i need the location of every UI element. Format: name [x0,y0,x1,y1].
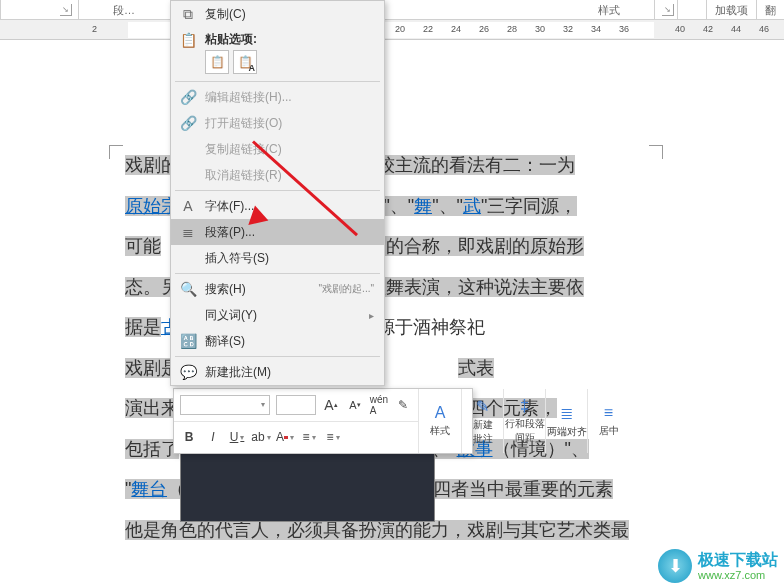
ribbon-expand-1[interactable] [60,4,72,16]
paste-text-only[interactable]: 📋A [233,50,257,74]
paste-keep-formatting[interactable]: 📋 [205,50,229,74]
copy-icon: ⧉ [177,6,199,23]
font-size-dropdown[interactable] [276,395,316,415]
italic-button[interactable]: I [204,428,222,446]
link-stage[interactable]: 舞台 [131,479,167,499]
ribbon-para-label: 段… [113,3,135,18]
link-open-icon: 🔗 [177,115,199,131]
bullets-button[interactable]: ≡▾ [300,428,318,446]
paste-icon: 📋 [177,32,199,48]
underline-button[interactable]: U▾ [228,428,246,446]
link-wu2[interactable]: 舞 [414,196,432,216]
shrink-font-button[interactable]: A▾ [346,396,364,414]
ribbon-translate-label[interactable]: 翻 [757,3,784,17]
font-color-button[interactable]: A▾ [276,428,294,446]
ruler[interactable]: 2 20 22 24 26 28 30 32 34 36 40 42 44 46 [0,20,784,40]
ctx-open-hyperlink: 🔗打开超链接(O) [171,110,384,136]
justify-button[interactable]: ≣两端对齐 [545,389,587,453]
ribbon-expand-2[interactable] [662,4,674,16]
ctx-copy[interactable]: ⧉复制(C) [171,1,384,27]
ribbon-style-label: 样式 [598,3,620,18]
format-painter-button[interactable]: ✎ [394,396,412,414]
ctx-paste-options: 📋粘贴选项: 📋 📋A [171,27,384,79]
ctx-remove-hyperlink: 取消超链接(R) [171,162,384,188]
numbering-button[interactable]: ≡▾ [324,428,342,446]
ribbon-addin-label[interactable]: 加载项 [707,3,756,17]
grow-font-button[interactable]: A▴ [322,396,340,414]
highlight-button[interactable]: ab▾ [252,428,270,446]
center-button[interactable]: ≡居中 [587,389,629,453]
phonetic-guide-button[interactable]: wénA [370,396,388,414]
watermark-icon: ⬇ [658,549,692,583]
ctx-synonym[interactable]: 同义词(Y)▸ [171,302,384,328]
ctx-translate[interactable]: 🔠翻译(S) [171,328,384,354]
styles-button[interactable]: A样式 [419,389,461,453]
ribbon: 段… 样式 加载项 翻 [0,0,784,20]
translate-icon: 🔠 [177,333,199,349]
link-edit-icon: 🔗 [177,89,199,105]
context-menu: ⧉复制(C) 📋粘贴选项: 📋 📋A 🔗编辑超链接(H)... 🔗打开超链接(O… [170,0,385,386]
watermark: ⬇ 极速下载站 www.xz7.com [658,549,778,583]
new-comment-button[interactable]: ✎新建 批注 [461,389,503,453]
ctx-font[interactable]: A字体(F)... [171,193,384,219]
ctx-insert-symbol[interactable]: 插入符号(S) [171,245,384,271]
ctx-edit-hyperlink: 🔗编辑超链接(H)... [171,84,384,110]
ctx-search[interactable]: 🔍搜索(H)"戏剧的起..." [171,276,384,302]
ctx-new-comment[interactable]: 💬新建批注(M) [171,359,384,385]
bold-button[interactable]: B [180,428,198,446]
line-spacing-button[interactable]: ‡行和段落 间距 [503,389,545,453]
paragraph-icon: ≣ [177,224,199,240]
search-icon: 🔍 [177,281,199,297]
ctx-paragraph[interactable]: ≣段落(P)... [171,219,384,245]
font-family-dropdown[interactable]: ▾ [180,395,270,415]
mini-toolbar: ▾ A▴ A▾ wénA ✎ B I U▾ ab▾ A▾ ≡▾ ≡▾ A样式 ✎… [173,388,473,454]
comment-icon: 💬 [177,364,199,380]
link-wu3[interactable]: 武 [463,196,481,216]
ctx-copy-hyperlink: 复制超链接(C) [171,136,384,162]
font-icon: A [177,198,199,214]
